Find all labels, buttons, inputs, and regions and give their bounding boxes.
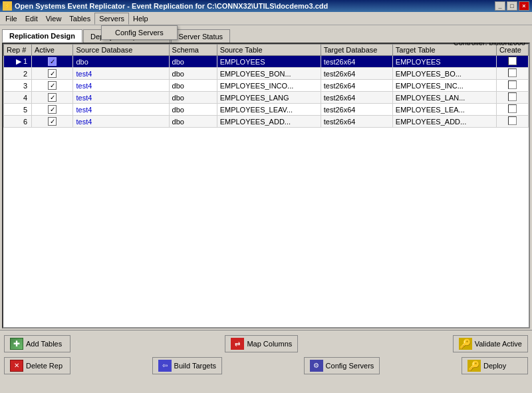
menu-help[interactable]: Help — [129, 13, 152, 24]
build-targets-button[interactable]: ⇦ Build Targets — [152, 357, 222, 374]
menu-servers[interactable]: Servers — [94, 13, 129, 25]
col-header-target-db[interactable]: Target Database — [321, 45, 392, 56]
cell-active[interactable] — [32, 104, 73, 116]
toolbar-row-2: ✕ Delete Rep ⇦ Build Targets ⚙ Config Se… — [4, 357, 528, 374]
cell-source-db: test4 — [73, 92, 169, 104]
cell-source-db: test4 — [73, 116, 169, 128]
cell-source-db: dbo — [73, 56, 169, 68]
menu-bar: File Edit View Tables Servers Help Contr… — [0, 12, 532, 25]
cell-active[interactable] — [32, 56, 73, 68]
cell-create[interactable] — [496, 56, 528, 68]
cell-source-table: EMPLOYEES_LANG — [217, 92, 321, 104]
cell-rep-num: 4 — [4, 92, 32, 104]
cell-target-db: test26x64 — [321, 92, 392, 104]
bottom-toolbar: ✚ Add Tables ⇄ Map Columns 🔑 Validate Ac… — [0, 330, 532, 379]
tab-replication-design[interactable]: Replication Design — [2, 29, 82, 43]
cell-active[interactable] — [32, 116, 73, 128]
menu-tables[interactable]: Tables — [65, 13, 94, 24]
active-checkbox[interactable] — [48, 57, 57, 66]
cell-create[interactable] — [496, 92, 528, 104]
col-header-source-db[interactable]: Source Database — [73, 45, 169, 56]
add-tables-button[interactable]: ✚ Add Tables — [4, 335, 70, 352]
servers-dropdown: Config Servers — [101, 25, 178, 40]
cell-schema: dbo — [169, 80, 217, 92]
create-checkbox[interactable] — [508, 116, 517, 125]
active-checkbox[interactable] — [48, 81, 57, 90]
toolbar-row-1: ✚ Add Tables ⇄ Map Columns 🔑 Validate Ac… — [4, 335, 528, 352]
config-servers-menu-item[interactable]: Config Servers — [102, 27, 177, 38]
cell-schema: dbo — [169, 92, 217, 104]
minimize-button[interactable]: _ — [495, 1, 505, 11]
deploy-icon: 🔑 — [467, 360, 481, 372]
app-icon: ⚡ — [3, 1, 12, 11]
config-servers-label: Config Servers — [326, 362, 374, 370]
table-row[interactable]: 6test4dboEMPLOYEES_ADD...test26x64EMPLOY… — [4, 116, 529, 128]
cell-active[interactable] — [32, 68, 73, 80]
cell-source-table: EMPLOYEES_INCO... — [217, 80, 321, 92]
cell-active[interactable] — [32, 92, 73, 104]
col-header-active[interactable]: Active — [32, 45, 73, 56]
cell-target-db: test26x64 — [321, 116, 392, 128]
map-columns-label: Map Columns — [247, 340, 292, 348]
table-row[interactable]: 3test4dboEMPLOYEES_INCO...test26x64EMPLO… — [4, 80, 529, 92]
table-header-row: Rep # Active Source Database Schema Sour… — [4, 45, 529, 56]
table-row[interactable]: 5test4dboEMPLOYEES_LEAV...test26x64EMPLO… — [4, 104, 529, 116]
cell-target-table: EMPLOYEES_LAN... — [392, 92, 496, 104]
cell-schema: dbo — [169, 116, 217, 128]
cell-rep-num: 3 — [4, 80, 32, 92]
cell-create[interactable] — [496, 116, 528, 128]
cell-source-table: EMPLOYEES_ADD... — [217, 116, 321, 128]
cell-source-table: EMPLOYEES_LEAV... — [217, 104, 321, 116]
tabs-row: Replication Design Deployed Replications… — [0, 25, 532, 43]
deploy-label: Deploy — [483, 362, 506, 370]
active-checkbox[interactable] — [48, 105, 57, 114]
menu-file[interactable]: File — [1, 13, 21, 24]
cell-create[interactable] — [496, 80, 528, 92]
delete-rep-button[interactable]: ✕ Delete Rep — [4, 357, 70, 374]
active-checkbox[interactable] — [48, 69, 57, 78]
cell-target-db: test26x64 — [321, 80, 392, 92]
cell-rep-num: 2 — [4, 68, 32, 80]
validate-active-button[interactable]: 🔑 Validate Active — [453, 335, 528, 352]
map-columns-button[interactable]: ⇄ Map Columns — [225, 335, 298, 352]
table-row[interactable]: 4test4dboEMPLOYEES_LANGtest26x64EMPLOYEE… — [4, 92, 529, 104]
cell-create[interactable] — [496, 68, 528, 80]
col-header-schema[interactable]: Schema — [169, 45, 217, 56]
table-row[interactable]: 2test4dboEMPLOYEES_BON...test26x64EMPLOY… — [4, 68, 529, 80]
add-tables-label: Add Tables — [26, 340, 62, 348]
validate-active-label: Validate Active — [475, 340, 522, 348]
cell-schema: dbo — [169, 68, 217, 80]
delete-rep-label: Delete Rep — [26, 362, 63, 370]
active-checkbox[interactable] — [48, 117, 57, 126]
cell-active[interactable] — [32, 80, 73, 92]
cell-create[interactable] — [496, 104, 528, 116]
cell-target-table: EMPLOYEES_ADD... — [392, 116, 496, 128]
col-header-rep[interactable]: Rep # — [4, 45, 32, 56]
map-columns-icon: ⇄ — [231, 338, 244, 350]
title-text: Open Systems Event Replicator - Event Re… — [15, 2, 328, 10]
maximize-button[interactable]: □ — [507, 1, 517, 11]
close-button[interactable]: × — [519, 1, 529, 11]
deploy-button[interactable]: 🔑 Deploy — [462, 357, 528, 374]
create-checkbox[interactable] — [508, 104, 517, 113]
config-servers-button[interactable]: ⚙ Config Servers — [304, 357, 380, 374]
create-checkbox[interactable] — [508, 68, 517, 77]
cell-target-db: test26x64 — [321, 56, 392, 68]
cell-source-db: test4 — [73, 104, 169, 116]
cell-source-db: test4 — [73, 68, 169, 80]
build-icon: ⇦ — [158, 360, 172, 372]
cell-target-table: EMPLOYEES_INC... — [392, 80, 496, 92]
create-checkbox[interactable] — [508, 57, 517, 65]
tab-server-status[interactable]: Server Status — [171, 29, 230, 43]
cell-source-table: EMPLOYEES — [217, 56, 321, 68]
create-checkbox[interactable] — [508, 80, 517, 89]
config-icon: ⚙ — [310, 360, 323, 372]
col-header-source-table[interactable]: Source Table — [217, 45, 321, 56]
cell-target-db: test26x64 — [321, 104, 392, 116]
create-checkbox[interactable] — [508, 92, 517, 101]
menu-view[interactable]: View — [42, 13, 66, 24]
cell-source-db: test4 — [73, 80, 169, 92]
active-checkbox[interactable] — [48, 93, 57, 102]
menu-edit[interactable]: Edit — [21, 13, 42, 24]
table-row[interactable]: ▶ 1dbodboEMPLOYEEStest26x64EMPLOYEES — [4, 56, 529, 68]
